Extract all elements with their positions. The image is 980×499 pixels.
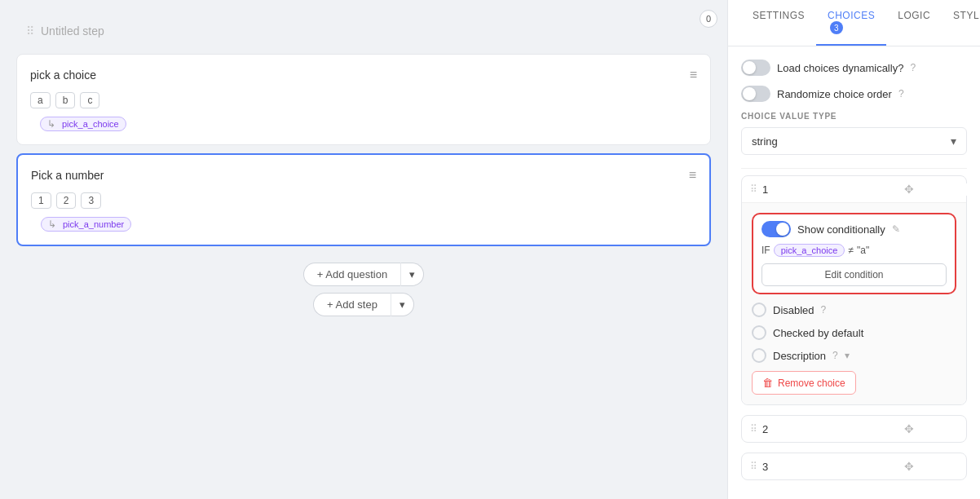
tab-style[interactable]: STYLE bbox=[942, 0, 980, 46]
description-radio[interactable] bbox=[752, 348, 766, 363]
var-tag-1: pick_a_choice bbox=[40, 117, 126, 131]
choice-tag-2: 2 bbox=[56, 192, 77, 209]
checked-by-default-radio[interactable] bbox=[752, 325, 766, 340]
choice-item-1: ⠿ ✥ ▲ Show conditionally ✎ IF pi bbox=[741, 175, 967, 405]
choice-value-type-value: string bbox=[752, 135, 951, 148]
tab-choices[interactable]: CHOICES3 bbox=[816, 0, 886, 46]
choice-value-type-label: CHOICE VALUE TYPE bbox=[741, 112, 967, 121]
disabled-label: Disabled bbox=[773, 304, 814, 316]
choice-tags-2: 1 2 3 bbox=[31, 192, 696, 209]
choice-tag-a: a bbox=[30, 92, 51, 108]
choices-badge: 3 bbox=[830, 21, 843, 34]
add-step-group: + Add step ▾ bbox=[313, 293, 414, 316]
description-row: Description ? ▾ bbox=[752, 348, 956, 363]
chevron-down-icon: ▾ bbox=[951, 135, 956, 148]
move-icon-3[interactable]: ✥ bbox=[904, 460, 914, 473]
question-card-2: Pick a number ≡ 1 2 3 pick_a_number bbox=[16, 153, 711, 246]
load-choices-info-icon[interactable]: ? bbox=[910, 62, 916, 73]
choice-item-3: ⠿ ✥ ▾ bbox=[741, 453, 967, 480]
disabled-row: Disabled ? bbox=[752, 302, 956, 317]
remove-choice-label: Remove choice bbox=[778, 378, 845, 389]
edit-condition-button[interactable]: Edit condition bbox=[761, 263, 947, 286]
tab-logic[interactable]: LOGIC bbox=[886, 0, 942, 46]
description-label: Description bbox=[773, 350, 826, 362]
add-question-group: + Add question ▾ bbox=[303, 263, 424, 286]
randomize-row: Randomize choice order ? bbox=[741, 86, 967, 102]
tab-settings[interactable]: SETTINGS bbox=[741, 0, 816, 46]
choice-input-1[interactable] bbox=[762, 183, 899, 196]
load-choices-row: Load choices dynamically? ? bbox=[741, 60, 967, 76]
var-tag-2: pick_a_number bbox=[41, 217, 131, 232]
question-title-1: pick a choice bbox=[30, 68, 96, 82]
move-icon-1[interactable]: ✥ bbox=[904, 183, 914, 196]
condition-if-label: IF bbox=[761, 245, 770, 256]
step-title: Untitled step bbox=[41, 24, 104, 38]
add-step-label: + Add step bbox=[327, 298, 377, 311]
choice-tag-1: 1 bbox=[31, 192, 51, 209]
choice-mapped-2[interactable] bbox=[925, 423, 980, 435]
drag-icon: ⠿ bbox=[26, 24, 34, 38]
right-panel: SETTINGS CHOICES3 LOGIC STYLE Load choic… bbox=[727, 0, 980, 499]
description-info-icon[interactable]: ? bbox=[832, 350, 838, 361]
choice-mapped-3[interactable] bbox=[925, 461, 980, 473]
question-menu-icon-1[interactable]: ≡ bbox=[690, 68, 697, 82]
choice-tags-1: a b c bbox=[30, 92, 697, 108]
load-choices-label: Load choices dynamically? bbox=[777, 62, 903, 74]
add-question-button[interactable]: + Add question bbox=[303, 263, 400, 286]
add-step-arrow[interactable]: ▾ bbox=[391, 293, 414, 316]
show-conditionally-info-icon[interactable]: ✎ bbox=[892, 223, 900, 235]
choice-drag-icon-3[interactable]: ⠿ bbox=[750, 461, 757, 472]
show-conditionally-label: Show conditionally bbox=[797, 223, 885, 236]
choice-tag-b: b bbox=[55, 92, 76, 108]
add-buttons: + Add question ▾ + Add step ▾ bbox=[16, 263, 711, 316]
question-header-1: pick a choice ≡ bbox=[30, 68, 697, 82]
condition-row: IF pick_a_choice ≠ "a" bbox=[761, 244, 947, 257]
badge-circle: 0 bbox=[700, 10, 717, 28]
choice-input-3[interactable] bbox=[762, 461, 899, 473]
load-choices-toggle[interactable] bbox=[741, 60, 770, 76]
choice-value-type-select[interactable]: string ▾ bbox=[741, 127, 967, 155]
choice-item-3-row: ⠿ ✥ ▾ bbox=[742, 453, 966, 479]
choice-tag-3: 3 bbox=[81, 192, 101, 209]
divider-1 bbox=[741, 168, 967, 169]
left-panel: 0 ⠿ Untitled step pick a choice ≡ a b c … bbox=[0, 0, 727, 499]
randomize-info-icon[interactable]: ? bbox=[898, 88, 904, 99]
condition-op: ≠ bbox=[848, 245, 854, 256]
disabled-radio[interactable] bbox=[752, 302, 766, 317]
question-card-1: pick a choice ≡ a b c pick_a_choice bbox=[16, 54, 711, 145]
step-header: ⠿ Untitled step bbox=[16, 16, 711, 46]
trash-icon: 🗑 bbox=[762, 377, 773, 389]
right-content: Load choices dynamically? ? Randomize ch… bbox=[728, 46, 980, 499]
show-conditionally-box: Show conditionally ✎ IF pick_a_choice ≠ … bbox=[752, 213, 956, 294]
move-icon-2[interactable]: ✥ bbox=[904, 422, 914, 435]
choice-drag-icon-2[interactable]: ⠿ bbox=[750, 423, 757, 435]
choice-item-1-header: ⠿ ✥ ▲ bbox=[742, 176, 966, 202]
choice-item-2: ⠿ ✥ ▾ bbox=[741, 415, 967, 443]
show-conditionally-toggle[interactable] bbox=[761, 221, 791, 237]
checked-by-default-row: Checked by default bbox=[752, 325, 956, 340]
randomize-label: Randomize choice order bbox=[777, 88, 892, 100]
choice-mapped-1[interactable] bbox=[919, 183, 980, 196]
question-menu-icon-2[interactable]: ≡ bbox=[689, 168, 696, 183]
condition-val: "a" bbox=[857, 245, 869, 256]
checked-by-default-label: Checked by default bbox=[773, 327, 863, 339]
question-title-2: Pick a number bbox=[31, 169, 104, 182]
tabs: SETTINGS CHOICES3 LOGIC STYLE bbox=[728, 0, 980, 46]
question-header-2: Pick a number ≡ bbox=[31, 168, 696, 183]
choice-tag-c: c bbox=[80, 92, 99, 108]
add-step-button[interactable]: + Add step bbox=[313, 293, 391, 316]
choice-expanded-1: Show conditionally ✎ IF pick_a_choice ≠ … bbox=[742, 202, 966, 404]
randomize-toggle[interactable] bbox=[741, 86, 770, 102]
add-question-arrow[interactable]: ▾ bbox=[400, 263, 424, 286]
condition-var: pick_a_choice bbox=[774, 244, 845, 257]
sc-toggle-row: Show conditionally ✎ bbox=[761, 221, 947, 237]
choice-drag-icon-1[interactable]: ⠿ bbox=[750, 183, 757, 195]
choice-input-2[interactable] bbox=[762, 423, 899, 435]
choice-item-2-row: ⠿ ✥ ▾ bbox=[742, 416, 966, 442]
remove-choice-button[interactable]: 🗑 Remove choice bbox=[752, 371, 856, 395]
disabled-info-icon[interactable]: ? bbox=[821, 304, 827, 316]
add-question-label: + Add question bbox=[317, 268, 387, 280]
description-chevron-icon[interactable]: ▾ bbox=[845, 350, 850, 361]
